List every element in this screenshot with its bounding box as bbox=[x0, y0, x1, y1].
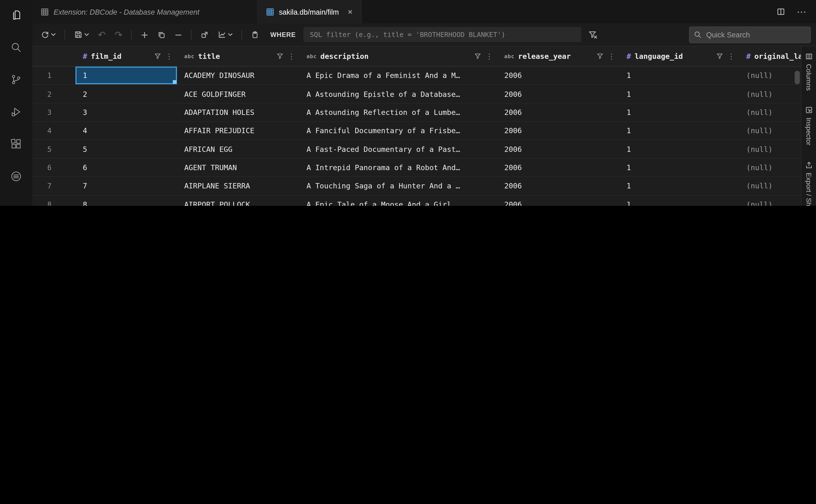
table-cell[interactable]: 1 bbox=[619, 85, 739, 103]
table-cell[interactable]: 2006 bbox=[497, 140, 620, 158]
table-cell[interactable]: ACE GOLDFINGER bbox=[177, 85, 299, 103]
column-menu-icon[interactable]: ⋮ bbox=[165, 52, 173, 60]
table-cell[interactable]: (null) bbox=[739, 103, 801, 121]
chart-button[interactable] bbox=[216, 28, 235, 41]
table-cell[interactable]: 7 bbox=[75, 177, 177, 195]
table-cell[interactable]: 1 bbox=[619, 140, 739, 158]
table-row[interactable]: 6 6AGENT TRUMANA Intrepid Panorama of a … bbox=[32, 158, 801, 177]
table-row[interactable]: 2 2ACE GOLDFINGERA Astounding Epistle of… bbox=[32, 85, 801, 103]
table-cell[interactable]: A Touching Saga of a Hunter And a … bbox=[299, 177, 497, 195]
table-cell[interactable]: AIRPORT POLLOCK bbox=[177, 195, 299, 206]
table-cell[interactable]: AFRICAN EGG bbox=[177, 140, 299, 158]
table-cell[interactable]: 1 bbox=[619, 122, 739, 140]
duplicate-row-button[interactable] bbox=[155, 28, 168, 41]
filter-funnel-icon[interactable] bbox=[154, 52, 161, 60]
column-header[interactable]: # film_id ⋮ bbox=[75, 46, 177, 66]
refresh-button[interactable] bbox=[38, 28, 58, 41]
table-cell[interactable]: A Fast-Paced Documentary of a Past… bbox=[299, 140, 497, 158]
extensions-icon[interactable] bbox=[9, 137, 23, 151]
tab-extension-dbcode[interactable]: Extension: DBCode - Database Management bbox=[32, 0, 257, 23]
table-cell[interactable]: (null) bbox=[739, 158, 801, 176]
table-cell[interactable]: (null) bbox=[739, 66, 801, 84]
table-cell[interactable]: 5 bbox=[75, 140, 177, 158]
table-row[interactable]: 7 7AIRPLANE SIERRAA Touching Saga of a H… bbox=[32, 177, 801, 195]
column-header[interactable]: abc release_year ⋮ bbox=[497, 46, 620, 66]
panel-tab-columns[interactable]: Columns bbox=[805, 52, 813, 91]
table-cell[interactable]: 6 bbox=[75, 158, 177, 176]
table-cell[interactable]: 2006 bbox=[497, 158, 620, 176]
sql-filter-input[interactable] bbox=[304, 27, 582, 42]
delete-row-button[interactable]: − bbox=[172, 28, 184, 41]
table-cell[interactable]: A Intrepid Panorama of a Robot And… bbox=[299, 158, 497, 176]
table-cell[interactable]: 2006 bbox=[497, 195, 620, 206]
add-row-button[interactable]: + bbox=[138, 28, 151, 41]
filter-funnel-icon[interactable] bbox=[597, 52, 604, 60]
table-row[interactable]: 5 5AFRICAN EGGA Fast-Paced Documentary o… bbox=[32, 140, 801, 159]
table-row[interactable]: 8 8AIRPORT POLLOCKA Epic Tale of a Moose… bbox=[32, 195, 801, 206]
search-icon[interactable] bbox=[9, 41, 23, 54]
table-cell[interactable]: 4 bbox=[75, 122, 177, 140]
table-cell[interactable]: AGENT TRUMAN bbox=[177, 158, 299, 176]
more-actions-icon[interactable]: ⋯ bbox=[797, 6, 807, 17]
open-external-button[interactable] bbox=[198, 28, 211, 41]
table-cell[interactable]: AFFAIR PREJUDICE bbox=[177, 122, 299, 140]
table-cell[interactable]: 1 bbox=[619, 103, 739, 121]
table-row[interactable]: 1 1ACADEMY DINOSAURA Epic Drama of a Fem… bbox=[32, 66, 801, 85]
database-icon[interactable] bbox=[9, 169, 23, 183]
column-header[interactable]: abc title ⋮ bbox=[177, 46, 299, 66]
table-cell[interactable]: (null) bbox=[739, 195, 801, 206]
clipboard-button[interactable] bbox=[249, 28, 261, 41]
filter-funnel-icon[interactable] bbox=[716, 52, 723, 60]
tab-sakila-film[interactable]: sakila.db/main/film × bbox=[257, 0, 361, 23]
table-row[interactable]: 4 4AFFAIR PREJUDICEA Fanciful Documentar… bbox=[32, 122, 801, 140]
table-cell[interactable]: 3 bbox=[75, 103, 177, 121]
table-cell[interactable]: 1 bbox=[75, 66, 177, 84]
table-cell[interactable]: A Astounding Reflection of a Lumbe… bbox=[299, 103, 497, 121]
filter-funnel-icon[interactable] bbox=[474, 52, 481, 60]
table-cell[interactable]: (null) bbox=[739, 85, 801, 103]
source-control-icon[interactable] bbox=[9, 73, 23, 86]
clear-filter-icon[interactable] bbox=[586, 28, 600, 41]
quick-search-box[interactable] bbox=[689, 26, 811, 43]
panel-tab-export-share[interactable]: Export / Share bbox=[805, 161, 813, 206]
column-menu-icon[interactable]: ⋮ bbox=[728, 52, 735, 60]
undo-button[interactable]: ↶ bbox=[96, 28, 108, 41]
table-cell[interactable]: (null) bbox=[739, 177, 801, 195]
table-cell[interactable]: ACADEMY DINOSAUR bbox=[177, 66, 299, 84]
panel-tab-inspector[interactable]: Inspector bbox=[805, 106, 813, 145]
table-cell[interactable]: A Astounding Epistle of a Database… bbox=[299, 85, 497, 103]
table-cell[interactable]: A Epic Tale of a Moose And a Girl … bbox=[299, 195, 497, 206]
table-cell[interactable]: AIRPLANE SIERRA bbox=[177, 177, 299, 195]
table-cell[interactable]: 2006 bbox=[497, 85, 620, 103]
table-cell[interactable]: 2006 bbox=[497, 66, 620, 84]
column-header[interactable]: # original_la ⋮ bbox=[739, 46, 801, 66]
table-cell[interactable]: 2006 bbox=[497, 103, 620, 121]
table-cell[interactable]: 1 bbox=[619, 158, 739, 176]
table-cell[interactable]: 2006 bbox=[497, 122, 620, 140]
files-icon[interactable] bbox=[9, 8, 23, 22]
table-cell[interactable]: 1 bbox=[619, 177, 739, 195]
split-editor-icon[interactable] bbox=[776, 7, 785, 16]
table-row[interactable]: 3 3ADAPTATION HOLESA Astounding Reflecti… bbox=[32, 103, 801, 122]
table-cell[interactable]: (null) bbox=[739, 122, 801, 140]
column-menu-icon[interactable]: ⋮ bbox=[288, 52, 295, 60]
redo-button[interactable]: ↷ bbox=[112, 28, 124, 41]
table-cell[interactable]: ADAPTATION HOLES bbox=[177, 103, 299, 121]
table-cell[interactable]: 8 bbox=[75, 195, 177, 206]
column-menu-icon[interactable]: ⋮ bbox=[608, 52, 615, 60]
table-cell[interactable]: A Epic Drama of a Feminist And a M… bbox=[299, 66, 497, 84]
selection-handle[interactable] bbox=[173, 80, 176, 84]
table-cell[interactable]: 1 bbox=[619, 195, 739, 206]
close-tab-icon[interactable]: × bbox=[348, 7, 352, 16]
table-cell[interactable]: 2 bbox=[75, 85, 177, 103]
table-cell[interactable]: (null) bbox=[739, 140, 801, 158]
column-header[interactable]: abc description ⋮ bbox=[299, 46, 497, 66]
run-debug-icon[interactable] bbox=[9, 105, 23, 119]
table-cell[interactable]: 2006 bbox=[497, 177, 620, 195]
table-cell[interactable]: 1 bbox=[619, 66, 739, 84]
table-cell[interactable]: A Fanciful Documentary of a Frisbe… bbox=[299, 122, 497, 140]
column-menu-icon[interactable]: ⋮ bbox=[486, 52, 493, 60]
quick-search-input[interactable] bbox=[705, 30, 806, 39]
filter-funnel-icon[interactable] bbox=[276, 52, 283, 60]
save-button[interactable] bbox=[72, 28, 91, 41]
